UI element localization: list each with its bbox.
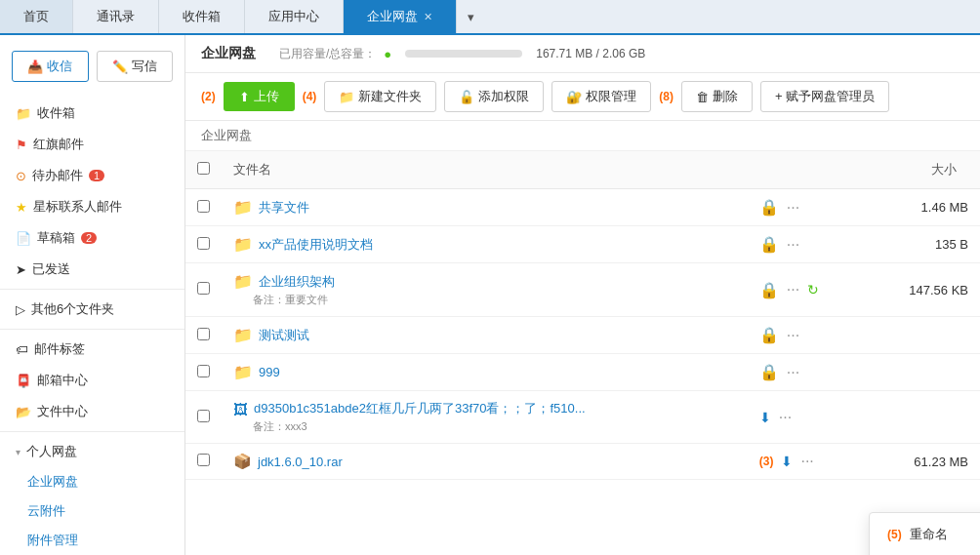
row-size-cell: 61.23 MB: [864, 444, 980, 480]
file-link[interactable]: 📁 xx产品使用说明文档: [233, 235, 736, 254]
clock-icon: ⊙: [16, 169, 26, 183]
more-icon[interactable]: ···: [800, 453, 813, 470]
refresh-icon[interactable]: ↻: [807, 282, 819, 297]
permission-manage-button[interactable]: 🔐 权限管理: [551, 81, 651, 112]
row-checkbox[interactable]: [197, 237, 210, 250]
sidebar-item-pending[interactable]: ⊙ 待办邮件 1: [0, 160, 184, 191]
row-checkbox[interactable]: [197, 454, 210, 466]
sidebar-item-file-center[interactable]: 📂 文件中心: [0, 396, 184, 427]
file-link[interactable]: 📁 共享文件: [233, 198, 736, 217]
sidebar-item-labels[interactable]: 🏷 邮件标签: [0, 334, 184, 365]
sidebar-item-personal-disk[interactable]: ▾ 个人网盘: [0, 436, 184, 467]
folder-icon: 📁: [233, 235, 253, 254]
sidebar-item-draft[interactable]: 📄 草稿箱 2: [0, 222, 184, 254]
content-area: 企业网盘 已用容量/总容量： ● 167.71 MB / 2.06 GB (2)…: [185, 35, 980, 555]
file-link[interactable]: 📁 企业组织架构: [233, 272, 736, 291]
row-name-cell: 📁 xx产品使用说明文档: [222, 226, 748, 263]
sidebar-item-flagged[interactable]: ⚑ 红旗邮件: [0, 129, 184, 160]
sidebar-item-starred[interactable]: ★ 星标联系人邮件: [0, 191, 184, 222]
lock-icon[interactable]: 🔒: [759, 198, 779, 217]
table-row: 📁 企业组织架构 备注：重要文件 🔒 ··· ↻: [185, 263, 980, 317]
new-folder-icon: 📁: [339, 90, 354, 104]
sidebar-item-mailbox-center[interactable]: 📮 邮箱中心: [0, 365, 184, 396]
row-checkbox-cell: [185, 189, 222, 226]
upload-icon: ⬆: [239, 90, 250, 104]
row-checkbox-cell: [185, 263, 222, 317]
tab-netdisk[interactable]: 企业网盘 ✕: [344, 0, 456, 33]
lock-icon[interactable]: 🔒: [759, 235, 779, 254]
row-checkbox-cell: [185, 391, 222, 444]
sidebar-item-enterprise-disk[interactable]: 企业网盘: [0, 467, 184, 496]
sent-icon: ➤: [16, 262, 26, 277]
sidebar-item-attach-manage[interactable]: 附件管理: [0, 526, 184, 555]
download-icon[interactable]: ⬇: [781, 454, 793, 469]
grant-admin-button[interactable]: + 赋予网盘管理员: [760, 81, 889, 112]
sidebar-item-more-folders[interactable]: ▷ 其他6个文件夹: [0, 294, 184, 325]
tab-close-icon[interactable]: ✕: [424, 11, 432, 23]
compose-button[interactable]: ✏️ 写信: [97, 51, 174, 82]
sidebar-item-sent[interactable]: ➤ 已发送: [0, 254, 184, 285]
labels-icon: 🏷: [16, 342, 28, 357]
page-title: 企业网盘: [201, 45, 256, 62]
more-icon[interactable]: ···: [787, 236, 799, 254]
row-size-cell: [864, 391, 980, 444]
file-link[interactable]: 📁 测试测试: [233, 326, 736, 344]
tab-appstore[interactable]: 应用中心: [245, 0, 344, 33]
table-row: 📁 共享文件 🔒 ··· 1.46 MB: [185, 189, 980, 226]
tab-inbox[interactable]: 收件箱: [159, 0, 245, 33]
tab-more-button[interactable]: ▾: [456, 0, 485, 33]
delete-icon: 🗑: [696, 90, 709, 104]
breadcrumb-bar: 企业网盘 已用容量/总容量： ● 167.71 MB / 2.06 GB: [185, 35, 980, 73]
upload-button[interactable]: ⬆ 上传: [224, 82, 295, 111]
sidebar-divider-2: [0, 329, 184, 330]
table-row: 📁 999 🔒 ···: [185, 354, 980, 391]
tab-home[interactable]: 首页: [0, 0, 73, 33]
select-all-checkbox[interactable]: [197, 162, 210, 175]
file-link[interactable]: 📦 jdk1.6.0_10.rar: [233, 453, 736, 470]
tab-contacts[interactable]: 通讯录: [73, 0, 159, 33]
pending-badge: 1: [89, 170, 104, 181]
lock-icon[interactable]: 🔒: [759, 326, 779, 344]
row-actions-cell: 🔒 ··· ↻: [748, 263, 865, 317]
row-checkbox[interactable]: [197, 410, 210, 422]
row-checkbox[interactable]: [197, 365, 210, 377]
folder-icon: 📁: [233, 272, 253, 291]
table-row: 📦 jdk1.6.0_10.rar (3) ⬇ ···: [185, 444, 980, 480]
more-icon[interactable]: ···: [787, 327, 799, 344]
context-menu: (5) 重命名 (6) 备注 (7) 设置容量限制 清空文件夹: [869, 512, 980, 555]
lock-icon[interactable]: 🔒: [759, 281, 779, 299]
folder-icon: 📁: [233, 198, 253, 217]
add-permission-button[interactable]: 🔓 添加权限: [444, 81, 544, 112]
add-perm-icon: 🔓: [459, 90, 474, 104]
image-icon: 🖼: [233, 401, 248, 417]
file-link[interactable]: 🖼 d9350b1c351abde2红框几斤几两了33f70看；；了；f510.…: [233, 400, 736, 417]
context-menu-rename[interactable]: (5) 重命名: [870, 517, 980, 552]
col-size-header: 大小: [864, 151, 980, 189]
more-icon[interactable]: ···: [787, 364, 799, 381]
row-name-cell: 📁 共享文件: [222, 189, 748, 226]
sidebar-item-inbox[interactable]: 📁 收件箱: [0, 98, 184, 129]
expand-icon: ▾: [16, 447, 20, 457]
more-folders-icon: ▷: [16, 302, 25, 317]
row-checkbox[interactable]: [197, 282, 210, 295]
rename-label: (5): [887, 528, 902, 541]
row-checkbox[interactable]: [197, 200, 210, 213]
delete-button[interactable]: 🗑 删除: [681, 81, 753, 112]
inbox-button[interactable]: 📥 收信: [12, 51, 89, 82]
new-folder-button[interactable]: 📁 新建文件夹: [324, 81, 436, 112]
file-name: 999: [259, 365, 280, 379]
row-name-cell: 📁 测试测试: [222, 317, 748, 354]
capacity-text: 167.71 MB / 2.06 GB: [536, 47, 645, 60]
row-checkbox[interactable]: [197, 328, 210, 340]
file-table: 文件名 大小 📁 共享文件: [185, 151, 980, 480]
row-name-cell: 📁 999: [222, 354, 748, 391]
sidebar-item-cloud-attach[interactable]: 云附件: [0, 496, 184, 526]
more-icon[interactable]: ···: [787, 199, 799, 217]
table-header-row: 文件名 大小: [185, 151, 980, 189]
lock-icon[interactable]: 🔒: [759, 363, 779, 381]
file-link[interactable]: 📁 999: [233, 363, 736, 381]
more-icon[interactable]: ···: [779, 409, 792, 426]
more-icon[interactable]: ···: [787, 281, 799, 298]
row-name-cell: 🖼 d9350b1c351abde2红框几斤几两了33f70看；；了；f510.…: [222, 391, 748, 444]
download-icon[interactable]: ⬇: [759, 410, 771, 425]
